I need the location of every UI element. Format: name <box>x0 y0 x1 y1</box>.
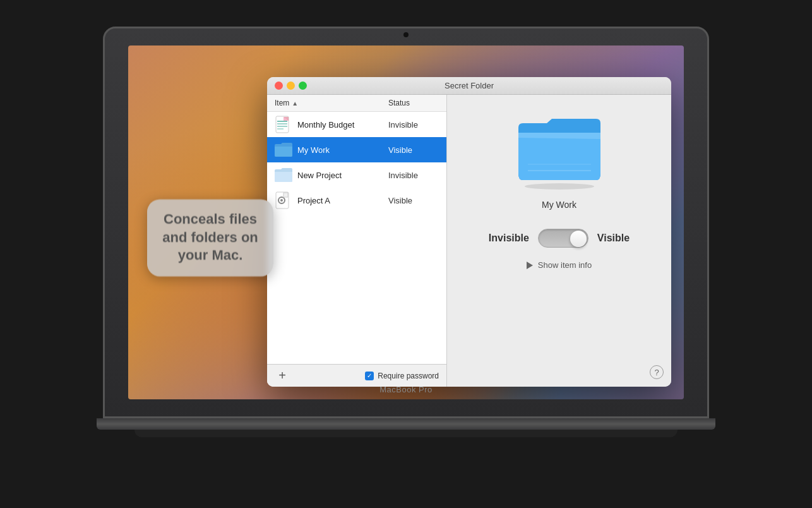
file-status-my-work: Visible <box>388 145 439 155</box>
sort-arrow-icon: ▲ <box>292 100 298 107</box>
bottom-bar: + Require password <box>267 364 446 387</box>
file-name-new-project: New Project <box>297 171 388 180</box>
selected-folder-name: My Work <box>542 200 576 210</box>
show-item-info[interactable]: Show item info <box>527 260 592 270</box>
file-row-my-work[interactable]: My Work Visible <box>267 137 446 162</box>
column-headers: Item ▲ Status <box>267 95 446 112</box>
status-column-header: Status <box>388 99 439 107</box>
file-list: Monthly Budget Invisible <box>267 112 446 364</box>
macbook-lid: Conceals files and folders on your Mac. … <box>103 27 709 418</box>
traffic-lights <box>275 82 307 90</box>
file-row-monthly-budget[interactable]: Monthly Budget Invisible <box>267 112 446 137</box>
visibility-toggle: Invisible Visible <box>489 229 630 248</box>
file-row-new-project[interactable]: New Project Invisible <box>267 162 446 188</box>
invisible-label: Invisible <box>489 233 529 244</box>
maximize-button[interactable] <box>299 82 307 90</box>
window-body: Item ▲ Status <box>267 95 671 387</box>
require-password-label: Require password <box>378 372 439 380</box>
folder-blue-icon <box>275 141 292 159</box>
promo-badge: Conceals files and folders on your Mac. <box>147 199 273 276</box>
file-name-my-work: My Work <box>297 145 388 155</box>
large-folder-icon <box>515 114 604 190</box>
macbook-screen: Conceals files and folders on your Mac. … <box>128 45 684 399</box>
file-row-project-a[interactable]: Project A Visible <box>267 188 446 213</box>
svg-rect-4 <box>277 128 284 130</box>
macbook-base <box>97 418 715 430</box>
visibility-switch[interactable] <box>538 229 588 248</box>
promo-text: Conceals files and folders on your Mac. <box>162 211 258 263</box>
item-column-header: Item ▲ <box>275 99 388 107</box>
toggle-thumb <box>570 231 587 247</box>
file-name-project-a: Project A <box>297 196 388 205</box>
svg-rect-2 <box>277 123 287 124</box>
svg-rect-3 <box>277 126 287 127</box>
app-window: Secret Folder Item ▲ Status <box>267 77 671 387</box>
svg-rect-9 <box>284 193 288 197</box>
minimize-button[interactable] <box>287 82 295 90</box>
camera-notch <box>403 32 409 37</box>
detail-panel: My Work Invisible Visible Sho <box>447 95 671 387</box>
titlebar: Secret Folder <box>267 77 671 95</box>
show-item-info-label: Show item info <box>538 260 592 270</box>
require-password-checkbox[interactable] <box>365 372 374 380</box>
disclosure-triangle-icon <box>527 262 533 269</box>
file-status-new-project: Invisible <box>388 171 439 180</box>
folder-light-icon <box>275 166 292 184</box>
macbook-model-label: MacBook Pro <box>379 385 433 394</box>
file-list-panel: Item ▲ Status <box>267 95 447 387</box>
file-status-monthly-budget: Invisible <box>388 120 439 130</box>
close-button[interactable] <box>275 82 283 90</box>
file-status-project-a: Visible <box>388 196 439 205</box>
require-password-group: Require password <box>365 372 439 380</box>
macbook-bottom <box>134 430 678 437</box>
svg-point-10 <box>525 183 594 190</box>
macbook-computer: Conceals files and folders on your Mac. … <box>59 27 753 481</box>
svg-point-8 <box>280 199 283 202</box>
spreadsheet-icon <box>275 116 292 133</box>
file-name-monthly-budget: Monthly Budget <box>297 120 388 130</box>
svg-rect-1 <box>277 121 287 122</box>
window-title: Secret Folder <box>445 81 494 90</box>
help-button[interactable]: ? <box>650 365 664 379</box>
add-button[interactable]: + <box>275 368 290 384</box>
visible-label: Visible <box>597 233 630 244</box>
gear-file-icon <box>275 191 292 209</box>
